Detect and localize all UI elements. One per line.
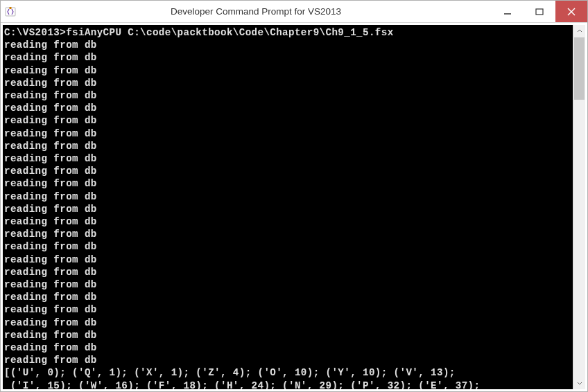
minimize-button[interactable] [492, 1, 524, 22]
scroll-thumb[interactable] [574, 37, 585, 100]
client-area: C:\VS2013>fsiAnyCPU C:\code\packtbook\Co… [1, 23, 587, 391]
maximize-button[interactable] [524, 1, 555, 22]
svg-rect-1 [10, 7, 12, 9]
scroll-track[interactable] [573, 37, 585, 377]
scroll-up-button[interactable] [573, 25, 585, 37]
scroll-down-button[interactable] [573, 377, 585, 389]
svg-rect-3 [536, 9, 543, 15]
terminal-output[interactable]: C:\VS2013>fsiAnyCPU C:\code\packtbook\Co… [3, 25, 573, 389]
close-button[interactable] [555, 1, 587, 22]
vs-command-prompt-icon [1, 6, 20, 17]
chevron-down-icon [577, 380, 582, 386]
vertical-scrollbar[interactable] [573, 25, 585, 389]
window-title: Developer Command Prompt for VS2013 [20, 6, 492, 17]
maximize-icon [535, 8, 544, 16]
close-icon [567, 8, 576, 16]
minimize-icon [503, 8, 512, 16]
titlebar[interactable]: Developer Command Prompt for VS2013 [1, 1, 587, 23]
window-controls [492, 1, 587, 22]
chevron-up-icon [577, 28, 582, 34]
